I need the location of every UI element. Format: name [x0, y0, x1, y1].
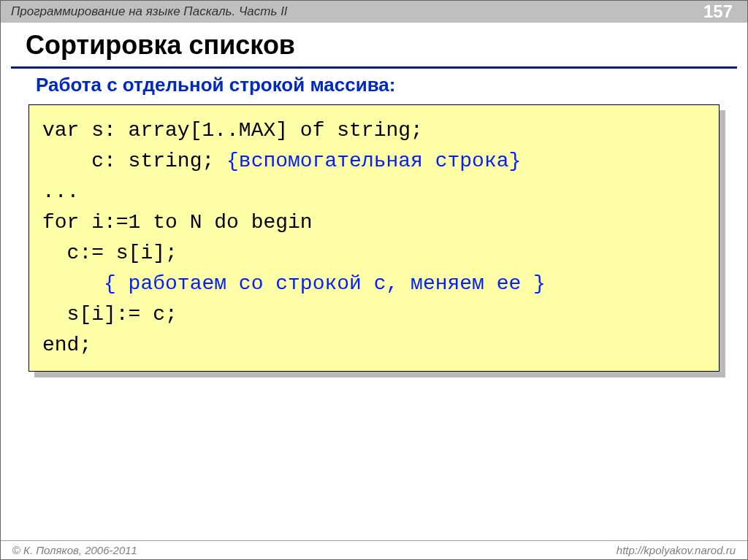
- code-line: for i:=1 to N do begin: [42, 211, 313, 234]
- code-block-wrap: var s: array[1..MAX] of string; c: strin…: [28, 104, 720, 372]
- section-subtitle: Работа с отдельной строкой массива:: [36, 74, 395, 96]
- code-comment: { работаем со строкой c, меняем ее }: [42, 272, 546, 295]
- code-block: var s: array[1..MAX] of string; c: strin…: [28, 104, 720, 372]
- footer-url: http://kpolyakov.narod.ru: [617, 544, 736, 556]
- code-line: ...: [42, 180, 79, 203]
- page-number: 157: [703, 1, 737, 22]
- copyright: ©К. Поляков, 2006-2011: [12, 544, 137, 556]
- code-line: c:= s[i];: [42, 242, 178, 264]
- code-line: var s: array[1..MAX] of string;: [42, 119, 423, 142]
- topbar: Программирование на языке Паскаль. Часть…: [1, 1, 747, 23]
- copyright-icon: ©: [12, 544, 20, 556]
- title-underline: [11, 66, 737, 69]
- code-line: c: string;: [42, 150, 226, 172]
- code-line: s[i]:= c;: [42, 303, 178, 326]
- code-comment: {вспомогательная строка}: [226, 150, 521, 172]
- slide: Программирование на языке Паскаль. Часть…: [0, 0, 748, 560]
- page-title: Сортировка списков: [26, 30, 295, 61]
- breadcrumb: Программирование на языке Паскаль. Часть…: [11, 4, 288, 19]
- footer: ©К. Поляков, 2006-2011 http://kpolyakov.…: [1, 540, 747, 559]
- code-line: end;: [42, 334, 91, 356]
- author: К. Поляков, 2006-2011: [23, 544, 137, 556]
